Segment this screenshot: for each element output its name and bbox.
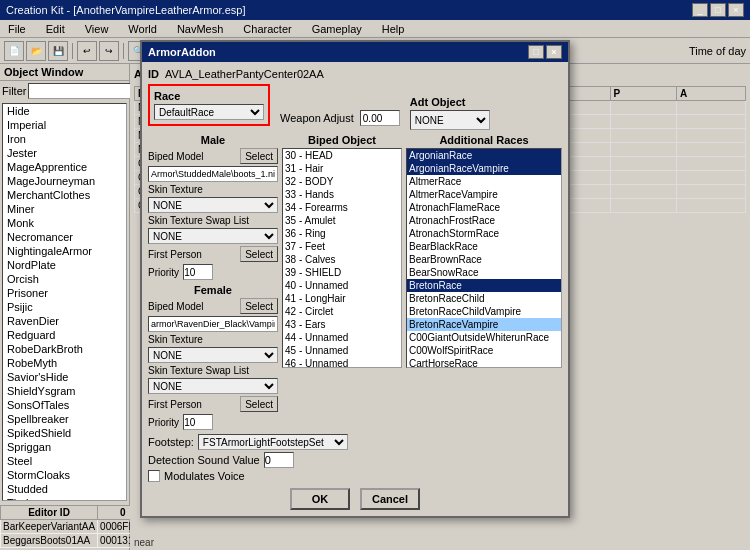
list-item[interactable]: SpikedShield xyxy=(3,426,126,440)
list-item[interactable]: Redguard xyxy=(3,328,126,342)
menu-character[interactable]: Character xyxy=(239,22,295,36)
cancel-button[interactable]: Cancel xyxy=(360,488,420,510)
race-item[interactable]: BretonRaceChild xyxy=(407,292,561,305)
race-item[interactable]: C00WolfSpiritRace xyxy=(407,344,561,357)
list-item[interactable]: Monk xyxy=(3,216,126,230)
list-item[interactable]: NordPlate xyxy=(3,258,126,272)
minimize-button[interactable]: _ xyxy=(692,3,708,17)
female-first-person-button[interactable]: Select xyxy=(240,396,278,412)
race-item[interactable]: C00GiantOutsideWhiterunRace xyxy=(407,331,561,344)
race-item[interactable]: AtronachStormRace xyxy=(407,227,561,240)
biped-item[interactable]: 35 - Amulet xyxy=(283,214,401,227)
object-list[interactable]: HideImperialIronJesterMageApprenticeMage… xyxy=(2,103,127,501)
list-item[interactable]: StormCloaks xyxy=(3,468,126,482)
biped-item[interactable]: 38 - Calves xyxy=(283,253,401,266)
list-item[interactable]: Imperial xyxy=(3,118,126,132)
biped-item[interactable]: 33 - Hands xyxy=(283,188,401,201)
toolbar-save[interactable]: 💾 xyxy=(48,41,68,61)
biped-item[interactable]: 40 - Unnamed xyxy=(283,279,401,292)
list-item[interactable]: Thalmor xyxy=(3,496,126,501)
list-item[interactable]: Studded xyxy=(3,482,126,496)
menu-navmesh[interactable]: NavMesh xyxy=(173,22,227,36)
list-item[interactable]: Iron xyxy=(3,132,126,146)
toolbar-redo[interactable]: ↪ xyxy=(99,41,119,61)
male-skin-texture-select[interactable]: NONE xyxy=(148,197,278,213)
ok-button[interactable]: OK xyxy=(290,488,350,510)
addon-select[interactable]: NONE xyxy=(410,110,490,130)
race-item[interactable]: AtronachFlameRace xyxy=(407,201,561,214)
female-skin-texture-select[interactable]: NONE xyxy=(148,347,278,363)
list-item[interactable]: ShieldYsgram xyxy=(3,384,126,398)
list-item[interactable]: Steel xyxy=(3,454,126,468)
weapon-adjust-input[interactable] xyxy=(360,110,400,126)
races-list[interactable]: ArgonianRaceArgonianRaceVampireAltmerRac… xyxy=(406,148,562,368)
list-item[interactable]: RobeMyth xyxy=(3,356,126,370)
biped-item[interactable]: 39 - SHIELD xyxy=(283,266,401,279)
male-skin-swap-select[interactable]: NONE xyxy=(148,228,278,244)
list-item[interactable]: SonsOfTales xyxy=(3,398,126,412)
biped-item[interactable]: 46 - Unnamed xyxy=(283,357,401,368)
close-button[interactable]: × xyxy=(728,3,744,17)
biped-item[interactable]: 44 - Unnamed xyxy=(283,331,401,344)
male-biped-model-input[interactable] xyxy=(148,166,278,182)
list-item[interactable]: Savior'sHide xyxy=(3,370,126,384)
list-item[interactable]: Jester xyxy=(3,146,126,160)
list-item[interactable]: Spriggan xyxy=(3,440,126,454)
list-item[interactable]: NightingaleArmor xyxy=(3,244,126,258)
biped-item[interactable]: 32 - BODY xyxy=(283,175,401,188)
biped-item[interactable]: 43 - Ears xyxy=(283,318,401,331)
dialog-maximize-button[interactable]: □ xyxy=(528,45,544,59)
list-item[interactable]: Miner xyxy=(3,202,126,216)
biped-item[interactable]: 42 - Circlet xyxy=(283,305,401,318)
race-item[interactable]: AltmerRace xyxy=(407,175,561,188)
list-item[interactable]: Hide xyxy=(3,104,126,118)
race-item[interactable]: BretonRaceVampire xyxy=(407,318,561,331)
menu-view[interactable]: View xyxy=(81,22,113,36)
list-item[interactable]: MageApprentice xyxy=(3,160,126,174)
list-item[interactable]: Necromancer xyxy=(3,230,126,244)
menu-edit[interactable]: Edit xyxy=(42,22,69,36)
menu-gameplay[interactable]: Gameplay xyxy=(308,22,366,36)
race-item[interactable]: CartHorseRace xyxy=(407,357,561,368)
menu-world[interactable]: World xyxy=(124,22,161,36)
biped-item[interactable]: 30 - HEAD xyxy=(283,149,401,162)
female-skin-swap-select[interactable]: NONE xyxy=(148,378,278,394)
male-first-person-button[interactable]: Select xyxy=(240,246,278,262)
male-priority-input[interactable] xyxy=(183,264,213,280)
race-item[interactable]: ArgonianRace xyxy=(407,149,561,162)
race-item[interactable]: BearSnowRace xyxy=(407,266,561,279)
biped-item[interactable]: 31 - Hair xyxy=(283,162,401,175)
race-item[interactable]: ArgonianRaceVampire xyxy=(407,162,561,175)
toolbar-undo[interactable]: ↩ xyxy=(77,41,97,61)
list-item[interactable]: MageJourneyman xyxy=(3,174,126,188)
female-biped-model-input[interactable] xyxy=(148,316,278,332)
female-select-button[interactable]: Select xyxy=(240,298,278,314)
race-item[interactable]: BearBlackRace xyxy=(407,240,561,253)
menu-help[interactable]: Help xyxy=(378,22,409,36)
biped-item[interactable]: 37 - Feet xyxy=(283,240,401,253)
detection-input[interactable] xyxy=(264,452,294,468)
toolbar-new[interactable]: 📄 xyxy=(4,41,24,61)
modulates-checkbox[interactable] xyxy=(148,470,160,482)
list-item[interactable]: Spellbreaker xyxy=(3,412,126,426)
female-priority-input[interactable] xyxy=(183,414,213,430)
race-select[interactable]: DefaultRace xyxy=(154,104,264,120)
male-select-button[interactable]: Select xyxy=(240,148,278,164)
dialog-close-button[interactable]: × xyxy=(546,45,562,59)
biped-item[interactable]: 41 - LongHair xyxy=(283,292,401,305)
biped-list[interactable]: 30 - HEAD31 - Hair32 - BODY33 - Hands34 … xyxy=(282,148,402,368)
race-item[interactable]: BretonRaceChildVampire xyxy=(407,305,561,318)
maximize-button[interactable]: □ xyxy=(710,3,726,17)
biped-item[interactable]: 34 - Forearms xyxy=(283,201,401,214)
list-item[interactable]: Prisoner xyxy=(3,286,126,300)
race-item[interactable]: AtronachFrostRace xyxy=(407,214,561,227)
list-item[interactable]: RavenDier xyxy=(3,314,126,328)
race-item[interactable]: BretonRace xyxy=(407,279,561,292)
list-item[interactable]: Orcish xyxy=(3,272,126,286)
race-item[interactable]: BearBrownRace xyxy=(407,253,561,266)
toolbar-open[interactable]: 📂 xyxy=(26,41,46,61)
biped-item[interactable]: 45 - Unnamed xyxy=(283,344,401,357)
list-item[interactable]: RobeDarkBroth xyxy=(3,342,126,356)
list-item[interactable]: MerchantClothes xyxy=(3,188,126,202)
list-item[interactable]: Psijic xyxy=(3,300,126,314)
